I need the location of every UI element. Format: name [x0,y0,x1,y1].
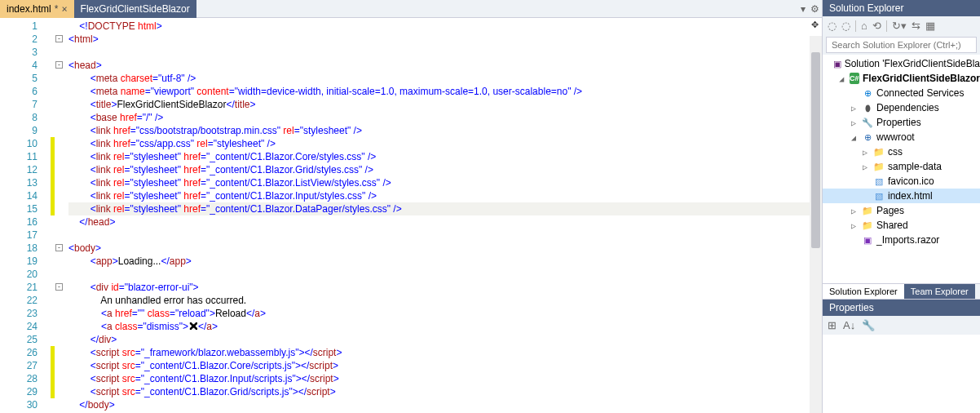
line-number: 11 [0,150,38,163]
tree-label: css [888,146,903,158]
outline-toggle[interactable]: - [55,244,63,251]
tree-item[interactable]: ▣Solution 'FlexGridClientSideBla [823,56,980,71]
code-line[interactable]: </div> [68,333,822,346]
file-icon: ▧ [873,175,885,187]
code-line[interactable] [68,268,822,281]
solution-search-input[interactable] [826,37,977,53]
change-marker [51,176,55,189]
code-line[interactable]: <title>FlexGridClientSideBlazor</title> [68,98,822,111]
back-icon[interactable]: ◌ [828,20,837,32]
code-line[interactable]: <link rel="stylesheet" href="_content/C1… [68,189,822,202]
line-number: 14 [0,189,38,202]
tree-item[interactable]: ▷📁Pages [823,203,980,218]
tree-twisty[interactable]: ▷ [849,206,859,215]
code-line[interactable]: <link rel="stylesheet" href="_content/C1… [68,202,822,215]
tree-label: Solution 'FlexGridClientSideBla [845,58,980,69]
tree-twisty[interactable]: ▷ [849,118,859,127]
line-number: 9 [0,124,38,137]
toolbar-divider [855,20,856,32]
code-line[interactable]: <app>Loading...</app> [68,255,822,268]
code-line[interactable]: <base href="/" /> [68,111,822,124]
tab-overflow-icon[interactable]: ▾ [801,3,806,15]
tree-item[interactable]: ▷📁css [823,144,980,159]
razor-icon: ▣ [862,234,873,246]
change-marker [51,163,55,176]
code-line[interactable]: </head> [68,215,822,229]
code-line[interactable]: -<body> [68,242,822,255]
outline-toggle[interactable]: - [55,283,63,291]
outline-toggle[interactable]: - [55,61,63,69]
code-line[interactable]: <meta name="viewport" content="width=dev… [68,85,822,98]
tree-twisty[interactable]: ▷ [860,148,870,157]
tree-item[interactable]: ▷🔧Properties [823,115,980,130]
tree-twisty[interactable]: ▷ [849,104,859,113]
alphabetical-icon[interactable]: A↓ [843,319,855,331]
sln-icon: ▣ [833,58,841,69]
tab-team-explorer[interactable]: Team Explorer [904,284,975,299]
tree-twisty[interactable]: ▷ [860,162,870,171]
scrollbar-thumb[interactable] [811,52,820,248]
code-editor[interactable]: <!DOCTYPE html>-<html>-<head> <meta char… [49,18,822,413]
tree-item[interactable]: ▣_Imports.razor [823,233,980,247]
wrench-icon[interactable]: 🔧 [862,319,875,331]
proj-icon: C# [850,73,859,84]
sync-icon[interactable]: ⟲ [872,20,881,32]
code-line[interactable] [68,46,822,59]
outline-toggle[interactable]: - [55,35,63,42]
code-line[interactable]: <link rel="stylesheet" href="_content/C1… [68,176,822,189]
forward-icon[interactable]: ◌ [841,20,850,32]
code-line[interactable]: <link rel="stylesheet" href="_content/C1… [68,150,822,163]
tree-label: Connected Services [876,87,964,99]
tree-twisty[interactable]: ▷ [849,221,859,230]
editor-tab[interactable]: index.html*× [0,0,74,18]
change-marker [51,385,55,398]
solution-tree[interactable]: ▣Solution 'FlexGridClientSideBla◢C#FlexG… [823,55,980,283]
tree-twisty[interactable]: ◢ [837,74,846,83]
code-line[interactable]: <script src="_framework/blazor.webassemb… [68,346,822,359]
tree-label: index.html [888,190,933,202]
tree-item[interactable]: ⊕Connected Services [823,86,980,100]
code-line[interactable]: <a href="" class="reload">Reload</a> [68,307,822,320]
editor-pane: index.html*×FlexGridClientSideBlazor ▾ ⚙… [0,0,822,413]
tree-item[interactable]: ◢C#FlexGridClientSideBlazor [823,71,980,86]
editor-scrollbar[interactable] [810,36,822,413]
tree-item[interactable]: ▷📁sample-data [823,159,980,174]
code-line[interactable]: <link href="css/bootstrap/bootstrap.min.… [68,124,822,137]
tree-item[interactable]: ▷⬮Dependencies [823,100,980,115]
code-line[interactable]: <script src="_content/C1.Blazor.Input/sc… [68,372,822,385]
line-number: 13 [0,176,38,189]
code-line[interactable]: <a class="dismiss">🗙</a> [68,320,822,333]
solution-explorer-toolbar: ◌ ◌ ⌂ ⟲ ↻▾ ⇆ ▦ [823,16,980,35]
code-line[interactable]: <script src="_content/C1.Blazor.Core/scr… [68,359,822,372]
line-number: 23 [0,307,38,320]
tree-item[interactable]: ▧index.html [823,189,980,203]
close-icon[interactable]: × [61,3,67,15]
code-line[interactable]: <link rel="stylesheet" href="_content/C1… [68,163,822,176]
refresh-icon[interactable]: ↻▾ [892,20,907,32]
code-line[interactable]: -<html> [68,33,822,46]
globe-icon: ⊕ [862,131,873,143]
show-all-icon[interactable]: ▦ [925,20,935,32]
code-line[interactable]: <link href="css/app.css" rel="stylesheet… [68,137,822,150]
editor-tab[interactable]: FlexGridClientSideBlazor [74,0,196,18]
line-number: 19 [0,255,38,268]
home-icon[interactable]: ⌂ [861,20,867,32]
code-line[interactable] [68,229,822,242]
code-line[interactable]: <script src="_content/C1.Blazor.Grid/scr… [68,385,822,398]
categorized-icon[interactable]: ⊞ [828,319,837,331]
collapse-icon[interactable]: ⇆ [912,20,920,32]
code-line[interactable]: - <div id="blazor-error-ui"> [68,281,822,294]
tree-item[interactable]: ▷📁Shared [823,218,980,233]
code-line[interactable]: </body> [68,398,822,411]
tree-item[interactable]: ▧favicon.ico [823,174,980,189]
line-number: 7 [0,98,38,111]
tree-twisty[interactable]: ◢ [849,133,859,142]
tree-item[interactable]: ◢⊕wwwroot [823,130,980,144]
code-line[interactable]: <meta charset="utf-8" /> [68,72,822,85]
tab-solution-explorer[interactable]: Solution Explorer [823,284,904,299]
code-line[interactable]: <!DOCTYPE html> [68,20,822,33]
code-line[interactable]: An unhandled error has occurred. [68,294,822,307]
code-line[interactable]: -<head> [68,59,822,72]
line-number: 16 [0,215,38,229]
gear-icon[interactable]: ⚙ [810,3,819,15]
